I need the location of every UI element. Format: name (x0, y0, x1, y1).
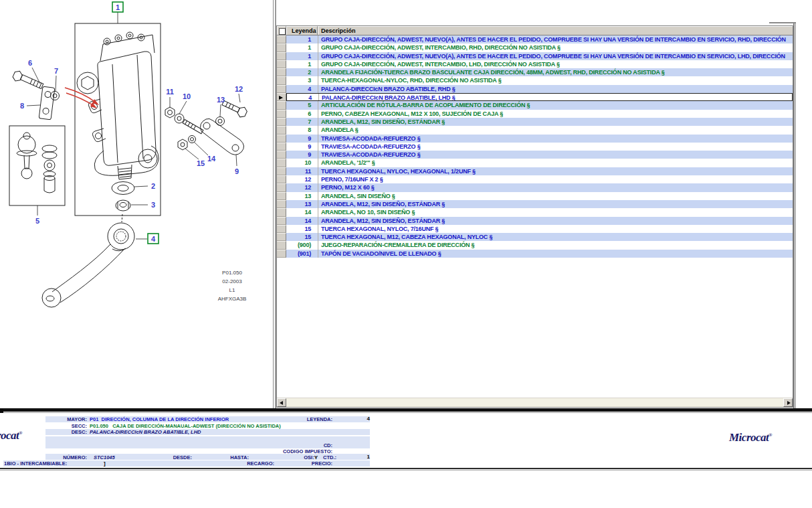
scrollbar-track[interactable] (286, 398, 783, 407)
row-selector-cell[interactable] (277, 233, 286, 241)
row-selector-cell[interactable] (277, 35, 286, 44)
table-row[interactable]: 1GRUPO CAJA-DIRECCIÓN, ADWEST, NUEVO(A),… (277, 35, 793, 44)
row-content[interactable]: 9TRAVIESA-ACODADA-REFUERZO § (286, 143, 793, 151)
table-row[interactable]: 14ARANDELA, NO 10, SIN DISEÑO § (277, 208, 793, 216)
row-content[interactable]: 4PALANCA-DIRECCIcN BRAZO ABATIBLE, RHD § (286, 85, 793, 93)
callout-10[interactable]: 10 (183, 92, 191, 100)
row-content[interactable]: 1GRUPO CAJA-DIRECCIÓN, ADWEST, NUEVO(A),… (286, 35, 793, 44)
row-content[interactable]: 15TUERCA HEXAGONAL, M12, CABEZA HEXAGONA… (286, 233, 793, 241)
row-selector-cell[interactable] (277, 118, 286, 126)
scroll-left-button[interactable] (277, 398, 286, 407)
row-content[interactable]: 9TRAVIESA-ACODADA-REFUERZO § (286, 135, 793, 143)
row-content[interactable]: 15TUERCA HEXAGONAL, NYLOC, 7/16UNF § (286, 225, 793, 233)
table-row[interactable]: 8ARANDELA § (277, 126, 793, 134)
row-selector-cell[interactable] (277, 225, 286, 233)
table-row[interactable]: 13ARANDELA, SIN DISEÑO § (277, 192, 793, 200)
row-content[interactable]: 12PERNO, 7/16UNF X 2 § (286, 175, 793, 183)
table-row[interactable]: 15TUERCA HEXAGONAL, M12, CABEZA HEXAGONA… (277, 233, 793, 241)
table-row[interactable]: 4PALANCA-DIRECCIcN BRAZO ABATIBLE, RHD § (277, 85, 793, 93)
row-content[interactable]: 2ARANDELA FIJACIÓN-TUERCA BRAZO BASCULAN… (286, 68, 793, 76)
table-row[interactable]: 12PERNO, M12 X 60 § (277, 183, 793, 191)
callout-9[interactable]: 9 (235, 167, 239, 175)
row-content[interactable]: 13ARANDELA, SIN DISEÑO § (286, 192, 793, 200)
table-row[interactable]: 6PERNO, CABEZA HEXAGONAL, M12 X 100, SUJ… (277, 110, 793, 118)
callout-12[interactable]: 12 (235, 85, 243, 93)
table-row[interactable]: (901)TAPÓN DE VACIADO/NIVEL DE LLENADO § (277, 250, 793, 258)
row-selector-cell[interactable] (277, 183, 286, 191)
callout-13[interactable]: 13 (217, 96, 225, 104)
row-content[interactable]: 9TRAVIESA-ACODADA-REFUERZO § (286, 151, 793, 159)
row-content[interactable]: 5ARTICULACIÓN DE RÓTULA-BARRA DE ACOPLAM… (286, 101, 793, 109)
row-selector-cell[interactable] (277, 192, 286, 200)
row-selector-cell[interactable] (277, 44, 286, 52)
row-content[interactable]: 13ARANDELA, M12, SIN DISEÑO, ESTÁNDAR § (286, 200, 793, 208)
table-row[interactable]: 9TRAVIESA-ACODADA-REFUERZO § (277, 135, 793, 143)
row-selector-cell[interactable] (277, 126, 286, 134)
row-selector-cell[interactable] (277, 151, 286, 159)
row-selector-cell[interactable] (277, 110, 286, 118)
callout-7[interactable]: 7 (54, 67, 58, 75)
table-row[interactable]: 15TUERCA HEXAGONAL, NYLOC, 7/16UNF § (277, 225, 793, 233)
row-content[interactable]: (900)JUEGO-REPARACIÓN-CREMAILLERA DE DIR… (286, 241, 793, 249)
scroll-right-button[interactable] (783, 398, 793, 407)
table-row[interactable]: 1GRUPO CAJA-DIRECCIÓN, ADWEST, INTERCAMB… (277, 60, 793, 68)
row-content[interactable]: 8ARANDELA § (286, 126, 793, 134)
row-content[interactable]: 11TUERCA HEXAGONAL, NYLOC, HEXAGONAL, 1/… (286, 167, 793, 175)
table-row[interactable]: 2ARANDELA FIJACIÓN-TUERCA BRAZO BASCULAN… (277, 68, 793, 76)
table-row[interactable]: 7ARANDELA, M12, SIN DISEÑO, ESTÁNDAR § (277, 118, 793, 126)
column-header-leyenda[interactable]: Leyenda (286, 26, 318, 35)
row-content[interactable]: 1GRUPO CAJA-DIRECCIÓN, ADWEST, NUEVO(A),… (286, 52, 793, 60)
table-row[interactable]: 12PERNO, 7/16UNF X 2 § (277, 175, 793, 183)
row-selector-cell[interactable] (277, 60, 286, 68)
callout-8[interactable]: 8 (20, 102, 24, 110)
table-row[interactable]: 5ARTICULACIÓN DE RÓTULA-BARRA DE ACOPLAM… (277, 101, 793, 109)
row-content[interactable]: 14ARANDELA, M12, SIN DISEÑO, ESTÁNDAR § (286, 217, 793, 225)
row-content[interactable]: 7ARANDELA, M12, SIN DISEÑO, ESTÁNDAR § (286, 118, 793, 126)
row-selector-cell[interactable] (277, 85, 286, 93)
row-selector-cell[interactable] (277, 217, 286, 225)
row-selector-cell[interactable] (277, 250, 286, 258)
row-selector-cell[interactable] (277, 175, 286, 183)
row-selector-cell[interactable] (277, 52, 286, 60)
row-content[interactable]: 10ARANDELA, '1/2'" § (286, 159, 793, 167)
row-content[interactable]: 1GRUPO CAJA-DIRECCIÓN, ADWEST, INTERCAMB… (286, 44, 793, 52)
row-selector-cell[interactable] (277, 208, 286, 216)
callout-5[interactable]: 5 (35, 217, 39, 225)
select-all-header[interactable] (277, 26, 286, 35)
table-row[interactable]: 14ARANDELA, M12, SIN DISEÑO, ESTÁNDAR § (277, 217, 793, 225)
callout-11[interactable]: 11 (166, 88, 174, 96)
callout-14[interactable]: 14 (207, 155, 216, 163)
row-selector-cell[interactable] (277, 143, 286, 151)
callout-6[interactable]: 6 (28, 59, 32, 67)
row-selector-cell[interactable] (277, 76, 286, 84)
horizontal-scrollbar[interactable] (277, 398, 793, 407)
row-content[interactable]: 4PALANCA-DIRECCIcN BRAZO ABATIBLE, LHD § (286, 93, 793, 101)
callout-4[interactable]: 4 (151, 235, 156, 243)
row-content[interactable]: 1GRUPO CAJA-DIRECCIÓN, ADWEST, INTERCAMB… (286, 60, 793, 68)
row-selector-cell[interactable] (277, 167, 286, 175)
callout-1[interactable]: 1 (116, 3, 120, 11)
row-selector-cell[interactable] (277, 200, 286, 208)
table-row[interactable]: 11TUERCA HEXAGONAL, NYLOC, HEXAGONAL, 1/… (277, 167, 793, 175)
row-selector-cell[interactable] (277, 101, 286, 109)
row-content[interactable]: (901)TAPÓN DE VACIADO/NIVEL DE LLENADO § (286, 250, 793, 258)
row-content[interactable]: 12PERNO, M12 X 60 § (286, 183, 793, 191)
select-all-checkbox[interactable] (279, 28, 286, 35)
column-header-descripcion[interactable]: Descripción (318, 26, 793, 35)
table-row[interactable]: (900)JUEGO-REPARACIÓN-CREMAILLERA DE DIR… (277, 241, 793, 249)
callout-15[interactable]: 15 (197, 159, 205, 167)
table-row[interactable]: 3TUERCA-HEXAGONAL-NYLOC, RHD, DIRECCIÓN … (277, 76, 793, 84)
table-row[interactable]: 9TRAVIESA-ACODADA-REFUERZO § (277, 143, 793, 151)
table-row[interactable]: 4PALANCA-DIRECCIcN BRAZO ABATIBLE, LHD § (277, 93, 793, 101)
table-row[interactable]: 13ARANDELA, M12, SIN DISEÑO, ESTÁNDAR § (277, 200, 793, 208)
row-selector-cell[interactable] (277, 159, 286, 167)
callout-2[interactable]: 2 (151, 182, 155, 190)
row-selector-cell[interactable] (277, 135, 286, 143)
row-selector-cell[interactable] (277, 93, 286, 101)
row-selector-cell[interactable] (277, 241, 286, 249)
row-content[interactable]: 14ARANDELA, NO 10, SIN DISEÑO § (286, 208, 793, 216)
callout-3[interactable]: 3 (151, 201, 155, 209)
row-content[interactable]: 6PERNO, CABEZA HEXAGONAL, M12 X 100, SUJ… (286, 110, 793, 118)
row-content[interactable]: 3TUERCA-HEXAGONAL-NYLOC, RHD, DIRECCIÓN … (286, 76, 793, 84)
row-selector-cell[interactable] (277, 68, 286, 76)
